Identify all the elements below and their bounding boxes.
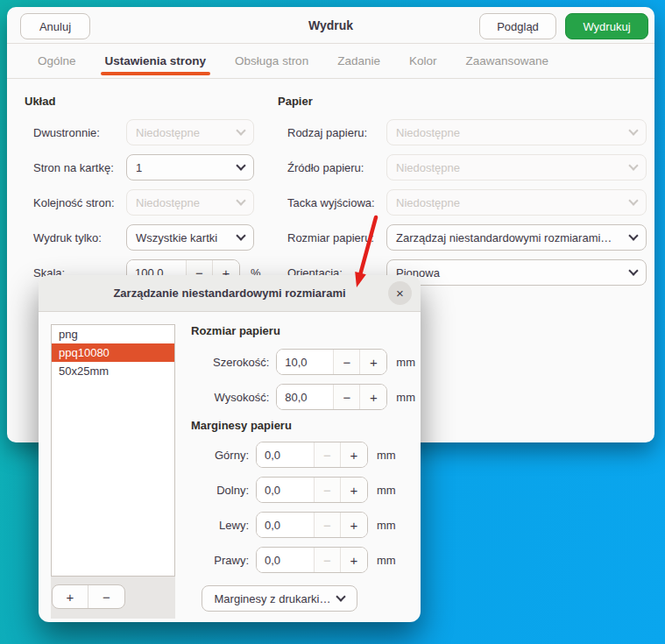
minus-icon[interactable]: − xyxy=(334,385,360,409)
output-tray-row: Tacka wyjściowa: Niedostępne xyxy=(278,189,647,216)
width-spinner: 10,0 − + xyxy=(276,349,387,375)
minus-icon: − xyxy=(315,548,341,572)
combo-value: Wszystkie kartki xyxy=(136,231,217,244)
list-toolbar: + − xyxy=(51,577,175,619)
combo-value: Niedostępne xyxy=(396,196,460,209)
window-title: Wydruk xyxy=(7,7,654,44)
tab-page-setup[interactable]: Ustawienia strony xyxy=(105,44,207,78)
top-margin-input[interactable]: 0,0 xyxy=(257,442,315,467)
paper-source-combo: Niedostępne xyxy=(386,154,647,180)
left-margin-input[interactable]: 0,0 xyxy=(257,513,315,537)
printer-margins-dropdown[interactable]: Marginesy z drukarki… xyxy=(202,585,357,612)
chevron-down-icon xyxy=(628,230,638,240)
width-label: Szerokość: xyxy=(191,356,269,369)
bottom-margin-unit: mm xyxy=(377,484,396,497)
chevron-down-icon xyxy=(628,160,638,170)
dialog-title: Zarządzanie niestandardowymi rozmiarami xyxy=(113,287,345,300)
top-margin-row: Górny: 0,0 − + mm xyxy=(191,442,415,468)
orientation-combo[interactable]: Pionowa xyxy=(386,259,647,286)
pages-per-sheet-combo[interactable]: 1 xyxy=(126,154,254,180)
two-sided-label: Dwustronnie: xyxy=(25,126,126,139)
chevron-down-icon xyxy=(628,125,638,135)
list-item[interactable]: png xyxy=(52,325,174,343)
combo-value: Niedostępne xyxy=(396,126,460,139)
add-size-button[interactable]: + xyxy=(53,585,88,608)
tab-page-handling[interactable]: Obsługa stron xyxy=(235,44,308,78)
chevron-down-icon xyxy=(336,591,346,601)
paper-type-label: Rodzaj papieru: xyxy=(278,126,386,139)
paper-size-row: Rozmiar papieru: Zarządzaj niestandardow… xyxy=(278,224,647,251)
plus-icon[interactable]: + xyxy=(341,478,367,502)
custom-sizes-dialog: Zarządzanie niestandardowymi rozmiarami … xyxy=(39,275,421,622)
printer-margins-label: Marginesy z drukarki… xyxy=(215,592,331,605)
margins-section-heading: Marginesy papieru xyxy=(191,419,415,433)
combo-value: 1 xyxy=(136,161,142,174)
tab-general[interactable]: Ogólne xyxy=(38,44,76,78)
combo-value: Zarządzaj niestandardowymi rozmiarami… xyxy=(396,231,612,244)
height-input[interactable]: 80,0 xyxy=(277,385,334,409)
bottom-margin-spinner: 0,0 − + xyxy=(256,477,368,503)
top-margin-spinner: 0,0 − + xyxy=(256,442,368,468)
paper-size-section-heading: Rozmiar papieru xyxy=(191,324,415,338)
remove-size-button[interactable]: − xyxy=(88,585,124,608)
page-order-row: Kolejność stron: Niedostępne xyxy=(25,189,270,216)
print-only-combo[interactable]: Wszystkie kartki xyxy=(126,224,254,251)
paper-type-combo: Niedostępne xyxy=(386,119,647,145)
bottom-margin-row: Dolny: 0,0 − + mm xyxy=(191,477,415,503)
add-remove-group: + − xyxy=(52,584,125,609)
dialog-titlebar[interactable]: Zarządzanie niestandardowymi rozmiarami … xyxy=(39,275,421,312)
paper-section: Papier Rodzaj papieru: Niedostępne Źródł… xyxy=(278,95,647,294)
tab-advanced[interactable]: Zaawansowane xyxy=(465,44,548,78)
minus-icon[interactable]: − xyxy=(334,350,360,374)
layout-section: Układ Dwustronnie: Niedostępne Stron na … xyxy=(25,95,270,294)
right-margin-unit: mm xyxy=(377,554,396,567)
preview-button[interactable]: Podgląd xyxy=(479,13,556,39)
left-margin-spinner: 0,0 − + xyxy=(256,512,368,538)
print-only-label: Wydruk tylko: xyxy=(25,231,126,244)
left-margin-unit: mm xyxy=(377,519,396,532)
custom-size-list[interactable]: png ppq10080 50x25mm xyxy=(51,324,175,577)
desktop: { "window": { "title": "Wydruk", "header… xyxy=(0,0,665,644)
plus-icon[interactable]: + xyxy=(341,513,367,537)
plus-icon[interactable]: + xyxy=(341,548,367,572)
list-item[interactable]: 50x25mm xyxy=(52,362,174,380)
paper-source-label: Źródło papieru: xyxy=(278,161,386,174)
tab-bar: Ogólne Ustawienia strony Obsługa stron Z… xyxy=(7,44,654,79)
left-margin-label: Lewy: xyxy=(191,519,249,532)
page-order-label: Kolejność stron: xyxy=(25,196,126,209)
plus-icon[interactable]: + xyxy=(341,442,367,467)
tab-color[interactable]: Kolor xyxy=(409,44,437,78)
combo-value: Niedostępne xyxy=(136,126,200,139)
width-unit: mm xyxy=(396,356,415,369)
plus-icon[interactable]: + xyxy=(360,385,386,409)
width-input[interactable]: 10,0 xyxy=(277,350,334,374)
chevron-down-icon xyxy=(628,265,638,275)
print-button[interactable]: Wydrukuj xyxy=(565,13,648,39)
right-margin-input[interactable]: 0,0 xyxy=(257,548,315,572)
chevron-down-icon xyxy=(236,195,245,205)
page-order-combo: Niedostępne xyxy=(126,189,254,216)
chevron-down-icon xyxy=(628,195,638,205)
left-margin-row: Lewy: 0,0 − + mm xyxy=(191,512,415,538)
paper-size-label: Rozmiar papieru: xyxy=(278,231,386,244)
chevron-down-icon xyxy=(236,230,245,240)
output-tray-combo: Niedostępne xyxy=(386,189,647,216)
output-tray-label: Tacka wyjściowa: xyxy=(278,196,386,209)
bottom-margin-label: Dolny: xyxy=(191,484,249,497)
close-icon[interactable]: × xyxy=(388,281,412,305)
combo-value: Niedostępne xyxy=(136,196,200,209)
pages-per-sheet-label: Stron na kartkę: xyxy=(25,161,126,174)
bottom-margin-input[interactable]: 0,0 xyxy=(257,478,315,502)
top-margin-label: Górny: xyxy=(191,449,249,462)
paper-size-combo[interactable]: Zarządzaj niestandardowymi rozmiarami… xyxy=(386,224,647,251)
paper-heading: Papier xyxy=(278,95,647,109)
tab-job[interactable]: Zadanie xyxy=(337,44,380,78)
chevron-down-icon xyxy=(236,125,245,135)
height-label: Wysokość: xyxy=(191,391,269,404)
paper-source-row: Źródło papieru: Niedostępne xyxy=(278,154,647,180)
paper-type-row: Rodzaj papieru: Niedostępne xyxy=(278,119,647,145)
header-bar: Anuluj Wydruk Podgląd Wydrukuj xyxy=(7,7,654,44)
combo-value: Niedostępne xyxy=(396,161,460,174)
plus-icon[interactable]: + xyxy=(360,350,386,374)
list-item-selected[interactable]: ppq10080 xyxy=(52,343,174,362)
